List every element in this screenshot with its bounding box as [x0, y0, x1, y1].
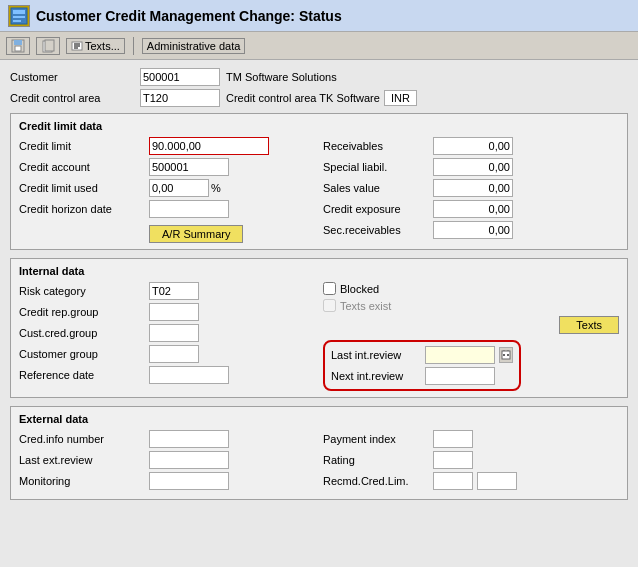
cust-cred-group-row: Cust.cred.group — [19, 324, 315, 342]
credit-limit-left: Credit limit Credit account Credit limit… — [19, 137, 315, 243]
header-section: Customer TM Software Solutions Credit co… — [10, 68, 628, 107]
texts-btn-row: Texts — [323, 316, 619, 334]
ar-summary-button[interactable]: A/R Summary — [149, 225, 243, 243]
credit-limit-used-input[interactable] — [149, 179, 209, 197]
rating-input[interactable] — [433, 451, 473, 469]
svg-rect-2 — [13, 16, 25, 18]
texts-toolbar-button[interactable]: Texts... — [66, 38, 125, 54]
blocked-row: Blocked — [323, 282, 619, 295]
last-int-review-picker-button[interactable] — [499, 347, 513, 363]
customer-row: Customer TM Software Solutions — [10, 68, 628, 86]
last-ext-review-row: Last ext.review — [19, 451, 315, 469]
credit-limit-used-label: Credit limit used — [19, 182, 149, 194]
credit-account-input[interactable] — [149, 158, 229, 176]
page-title: Customer Credit Management Change: Statu… — [36, 8, 342, 24]
reference-date-input[interactable] — [149, 366, 229, 384]
special-liab-row: Special liabil. — [323, 158, 619, 176]
credit-limit-title: Credit limit data — [19, 120, 619, 132]
credit-limit-input[interactable] — [149, 137, 269, 155]
sales-value-row: Sales value — [323, 179, 619, 197]
internal-data-two-col: Risk category Credit rep.group Cust.cred… — [19, 282, 619, 391]
credit-exposure-row: Credit exposure — [323, 200, 619, 218]
texts-exist-label: Texts exist — [340, 300, 391, 312]
receivables-input[interactable] — [433, 137, 513, 155]
blocked-checkbox[interactable] — [323, 282, 336, 295]
credit-limit-label: Credit limit — [19, 140, 149, 152]
toolbar: Texts... Administrative data — [0, 32, 638, 60]
external-data-section: External data Cred.info number Last ext.… — [10, 406, 628, 500]
credit-rep-group-input[interactable] — [149, 303, 199, 321]
payment-index-row: Payment index — [323, 430, 619, 448]
blocked-checkbox-container: Blocked — [323, 282, 379, 295]
customer-name: TM Software Solutions — [226, 71, 337, 83]
cred-info-input[interactable] — [149, 430, 229, 448]
credit-area-input[interactable] — [140, 89, 220, 107]
cust-cred-group-input[interactable] — [149, 324, 199, 342]
currency-badge: INR — [384, 90, 417, 106]
internal-data-left: Risk category Credit rep.group Cust.cred… — [19, 282, 315, 391]
svg-rect-3 — [13, 20, 21, 22]
ar-summary-row: A/R Summary — [19, 222, 315, 243]
special-liab-input[interactable] — [433, 158, 513, 176]
sec-receivables-label: Sec.receivables — [323, 224, 433, 236]
customer-group-input[interactable] — [149, 345, 199, 363]
monitoring-input[interactable] — [149, 472, 229, 490]
credit-area-name: Credit control area TK Software — [226, 92, 380, 104]
credit-exposure-input[interactable] — [433, 200, 513, 218]
next-int-review-input[interactable] — [425, 367, 495, 385]
credit-exposure-label: Credit exposure — [323, 203, 433, 215]
recmd-cred-lim-input1[interactable] — [433, 472, 473, 490]
rating-label: Rating — [323, 454, 433, 466]
title-bar: Customer Credit Management Change: Statu… — [0, 0, 638, 32]
sec-receivables-input[interactable] — [433, 221, 513, 239]
external-data-left: Cred.info number Last ext.review Monitor… — [19, 430, 315, 493]
admin-data-button[interactable]: Administrative data — [142, 38, 246, 54]
svg-rect-8 — [45, 40, 54, 51]
risk-category-input[interactable] — [149, 282, 199, 300]
svg-rect-17 — [507, 354, 509, 356]
customer-input[interactable] — [140, 68, 220, 86]
toolbar-separator — [133, 37, 134, 55]
internal-data-title: Internal data — [19, 265, 619, 277]
special-liab-label: Special liabil. — [323, 161, 433, 173]
app-icon — [8, 5, 30, 27]
credit-account-label: Credit account — [19, 161, 149, 173]
credit-area-row: Credit control area Credit control area … — [10, 89, 628, 107]
credit-limit-two-col: Credit limit Credit account Credit limit… — [19, 137, 619, 243]
payment-index-label: Payment index — [323, 433, 433, 445]
svg-rect-16 — [503, 354, 505, 356]
credit-horizon-input[interactable] — [149, 200, 229, 218]
texts-button[interactable]: Texts — [559, 316, 619, 334]
credit-limit-right: Receivables Special liabil. Sales value … — [323, 137, 619, 243]
texts-exist-checkbox-container: Texts exist — [323, 299, 391, 312]
last-ext-review-input[interactable] — [149, 451, 229, 469]
credit-limit-row: Credit limit — [19, 137, 315, 155]
recmd-cred-lim-row: Recmd.Cred.Lim. — [323, 472, 619, 490]
risk-category-row: Risk category — [19, 282, 315, 300]
reference-date-label: Reference date — [19, 369, 149, 381]
svg-rect-6 — [15, 46, 21, 51]
review-box: Last int.review Next int.review — [323, 340, 521, 391]
last-ext-review-label: Last ext.review — [19, 454, 149, 466]
payment-index-input[interactable] — [433, 430, 473, 448]
credit-limit-section: Credit limit data Credit limit Credit ac… — [10, 113, 628, 250]
credit-rep-group-label: Credit rep.group — [19, 306, 149, 318]
risk-category-label: Risk category — [19, 285, 149, 297]
texts-exist-checkbox — [323, 299, 336, 312]
external-data-right: Payment index Rating Recmd.Cred.Lim. — [323, 430, 619, 493]
credit-horizon-label: Credit horizon date — [19, 203, 149, 215]
copy-button[interactable] — [36, 37, 60, 55]
main-content: Customer TM Software Solutions Credit co… — [0, 60, 638, 516]
external-data-two-col: Cred.info number Last ext.review Monitor… — [19, 430, 619, 493]
recmd-cred-lim-label: Recmd.Cred.Lim. — [323, 475, 433, 487]
internal-data-right: Blocked Texts exist Texts Last int.revie — [323, 282, 619, 391]
save-button[interactable] — [6, 37, 30, 55]
last-int-review-input[interactable] — [425, 346, 495, 364]
receivables-label: Receivables — [323, 140, 433, 152]
sec-receivables-row: Sec.receivables — [323, 221, 619, 239]
recmd-cred-lim-input2[interactable] — [477, 472, 517, 490]
credit-area-label: Credit control area — [10, 92, 140, 104]
sales-value-input[interactable] — [433, 179, 513, 197]
customer-group-row: Customer group — [19, 345, 315, 363]
customer-group-label: Customer group — [19, 348, 149, 360]
